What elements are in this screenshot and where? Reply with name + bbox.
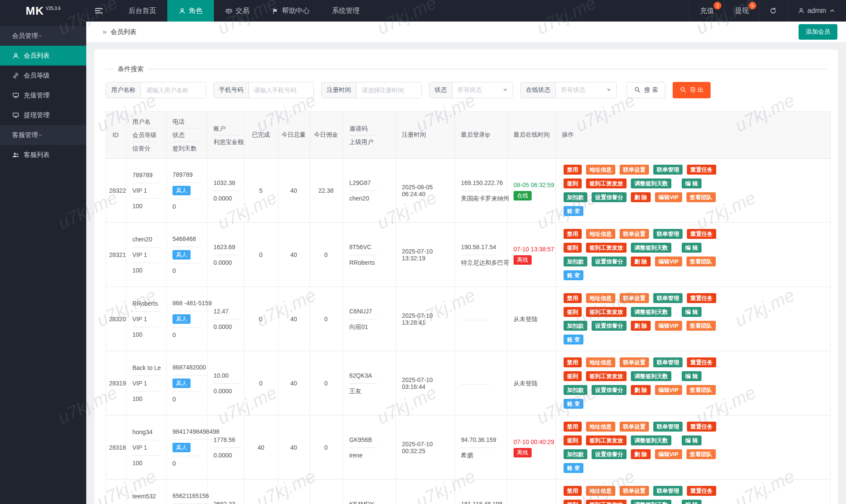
action-disable[interactable]: 禁用: [564, 229, 582, 239]
action-add-deduct[interactable]: 加扣款: [564, 257, 587, 266]
action-adjust-sign-days[interactable]: 调整签到天数: [631, 371, 671, 381]
action-add-deduct[interactable]: 加扣款: [564, 449, 587, 459]
action-address-info[interactable]: 地址信息: [586, 357, 615, 367]
action-address-info[interactable]: 地址信息: [586, 422, 615, 432]
action-adjust-sign-days[interactable]: 调整签到天数: [631, 243, 671, 253]
filter-select-online-status[interactable]: 所有状态: [556, 82, 616, 98]
menu-toggle-icon[interactable]: [86, 0, 111, 22]
action-disable[interactable]: 禁用: [564, 422, 582, 432]
action-order-settings[interactable]: 联单设置: [620, 293, 649, 303]
action-disable[interactable]: 禁用: [564, 357, 582, 367]
action-edit[interactable]: 编 辑: [682, 435, 702, 445]
action-reset-task[interactable]: 重置任务: [687, 357, 716, 367]
action-edit[interactable]: 编 辑: [682, 243, 702, 253]
action-set-credit[interactable]: 设置信誉分: [592, 449, 627, 459]
action-view-team[interactable]: 查看团队: [686, 385, 716, 395]
action-adjust-sign-days[interactable]: 调整签到天数: [631, 307, 671, 317]
action-address-info[interactable]: 地址信息: [586, 293, 615, 303]
action-account-change[interactable]: 账 变: [564, 206, 583, 216]
action-edit[interactable]: 编 辑: [682, 371, 702, 381]
filter-select-status[interactable]: 所有状态: [452, 82, 513, 98]
action-order-manage[interactable]: 联单管理: [653, 165, 683, 175]
action-delete[interactable]: 删 除: [631, 449, 651, 459]
filter-input-phone[interactable]: [249, 82, 313, 98]
action-sign-in[interactable]: 签到: [564, 178, 582, 188]
action-set-credit[interactable]: 设置信誉分: [592, 192, 627, 202]
action-delete[interactable]: 删 除: [631, 385, 651, 395]
action-adjust-sign-days[interactable]: 调整签到天数: [631, 435, 671, 445]
export-button[interactable]: 导 出: [673, 82, 711, 98]
action-set-credit[interactable]: 设置信誉分: [592, 385, 627, 395]
action-sign-salary[interactable]: 签到工资发放: [586, 500, 627, 504]
filter-input-username[interactable]: [141, 82, 206, 98]
sidebar-item-service-list[interactable]: 客服列表: [0, 145, 86, 165]
action-sign-in[interactable]: 签到: [564, 243, 582, 253]
action-adjust-sign-days[interactable]: 调整签到天数: [631, 178, 671, 188]
action-order-manage[interactable]: 联单管理: [653, 357, 683, 367]
action-add-deduct[interactable]: 加扣款: [564, 192, 587, 202]
action-address-info[interactable]: 地址信息: [586, 486, 615, 496]
sidebar-item-member-level[interactable]: 会员等级: [0, 66, 86, 85]
action-view-team[interactable]: 查看团队: [686, 321, 716, 331]
action-sign-in[interactable]: 签到: [564, 435, 582, 445]
action-sign-salary[interactable]: 签到工资发放: [586, 435, 627, 445]
user-menu[interactable]: admin: [787, 0, 846, 22]
action-view-team[interactable]: 查看团队: [686, 257, 716, 266]
action-reset-task[interactable]: 重置任务: [687, 422, 716, 432]
action-order-manage[interactable]: 联单管理: [653, 293, 683, 303]
action-order-manage[interactable]: 联单管理: [653, 486, 683, 496]
sidebar-item-withdraw-manage[interactable]: 提现管理: [0, 105, 86, 125]
action-edit-vip[interactable]: 编辑VIP: [655, 449, 682, 459]
action-edit-vip[interactable]: 编辑VIP: [655, 192, 682, 202]
sidebar-item-recharge-manage[interactable]: 充值管理: [0, 85, 86, 105]
action-sign-salary[interactable]: 签到工资发放: [586, 307, 627, 317]
action-order-settings[interactable]: 联单设置: [620, 486, 649, 496]
action-disable[interactable]: 禁用: [564, 293, 582, 303]
nav-tab-trade[interactable]: 交易: [214, 0, 260, 22]
nav-tab-roles[interactable]: 角色: [167, 0, 214, 22]
action-order-settings[interactable]: 联单设置: [620, 357, 649, 367]
refresh-button[interactable]: [759, 0, 787, 22]
action-edit-vip[interactable]: 编辑VIP: [655, 385, 682, 395]
nav-tab-home[interactable]: 后台首页: [117, 0, 167, 22]
sidebar-group-service-manage[interactable]: 客服管理: [0, 125, 86, 145]
action-account-change[interactable]: 账 变: [564, 270, 583, 280]
action-account-change[interactable]: 账 变: [564, 463, 583, 473]
action-sign-salary[interactable]: 签到工资发放: [586, 243, 627, 253]
withdraw-button[interactable]: 提现 5: [724, 0, 759, 22]
action-delete[interactable]: 删 除: [631, 321, 651, 331]
action-reset-task[interactable]: 重置任务: [687, 293, 716, 303]
action-order-settings[interactable]: 联单设置: [620, 229, 649, 239]
action-account-change[interactable]: 账 变: [564, 335, 583, 344]
action-order-settings[interactable]: 联单设置: [620, 165, 649, 175]
action-edit[interactable]: 编 辑: [682, 178, 702, 188]
action-set-credit[interactable]: 设置信誉分: [592, 321, 627, 331]
action-sign-in[interactable]: 签到: [564, 500, 582, 504]
action-address-info[interactable]: 地址信息: [586, 165, 615, 175]
add-member-button[interactable]: 添加会员: [799, 24, 837, 40]
sidebar-item-member-list[interactable]: 会员列表: [0, 46, 86, 66]
action-edit[interactable]: 编 辑: [682, 307, 702, 317]
action-disable[interactable]: 禁用: [564, 486, 582, 496]
action-order-settings[interactable]: 联单设置: [620, 422, 649, 432]
action-account-change[interactable]: 账 变: [564, 399, 583, 409]
action-view-team[interactable]: 查看团队: [686, 449, 716, 459]
search-button[interactable]: 搜 索: [627, 82, 665, 98]
action-sign-salary[interactable]: 签到工资发放: [586, 178, 627, 188]
action-address-info[interactable]: 地址信息: [586, 229, 615, 239]
action-reset-task[interactable]: 重置任务: [687, 165, 716, 175]
action-add-deduct[interactable]: 加扣款: [564, 385, 587, 395]
filter-input-register-time[interactable]: [357, 82, 421, 98]
action-edit[interactable]: 编 辑: [682, 500, 702, 504]
action-set-credit[interactable]: 设置信誉分: [592, 257, 627, 266]
action-sign-salary[interactable]: 签到工资发放: [586, 371, 627, 381]
action-adjust-sign-days[interactable]: 调整签到天数: [631, 500, 671, 504]
nav-tab-system[interactable]: 系统管理: [321, 0, 371, 22]
action-disable[interactable]: 禁用: [564, 165, 582, 175]
action-delete[interactable]: 删 除: [631, 257, 651, 266]
sidebar-group-member-manage[interactable]: 会员管理: [0, 26, 86, 46]
action-delete[interactable]: 删 除: [631, 192, 651, 202]
action-edit-vip[interactable]: 编辑VIP: [655, 257, 682, 266]
action-view-team[interactable]: 查看团队: [686, 192, 716, 202]
action-sign-in[interactable]: 签到: [564, 307, 582, 317]
